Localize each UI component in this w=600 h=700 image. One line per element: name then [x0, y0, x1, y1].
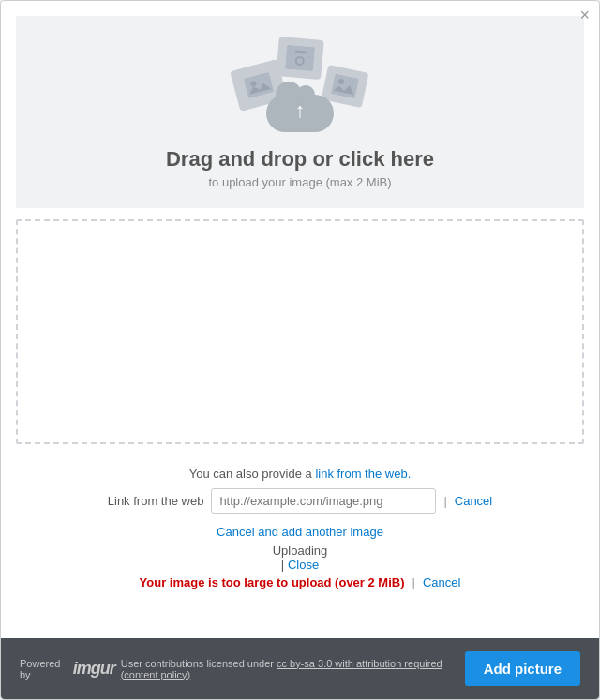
license-link[interactable]: cc by-sa 3.0 with attribution required — [277, 658, 442, 669]
cloud-upload-icon: ↑ — [266, 80, 334, 132]
close-link[interactable]: Close — [288, 558, 319, 572]
uploading-row: Uploading | Close — [1, 542, 599, 573]
link-cancel-button[interactable]: Cancel — [455, 494, 492, 508]
image-thumb-top — [276, 37, 323, 80]
uploading-label: Uploading — [273, 544, 328, 558]
upload-modal: × — [0, 0, 600, 700]
dropzone-title: Drag and drop or click here — [166, 147, 434, 171]
imgur-logo: imgur — [73, 659, 115, 678]
svg-rect-6 — [331, 74, 359, 99]
separator-3: | — [412, 575, 415, 589]
error-cancel-link[interactable]: Cancel — [423, 575, 460, 589]
error-message: Your image is too large to upload (over … — [140, 575, 405, 589]
error-row: Your image is too large to upload (over … — [1, 573, 599, 591]
powered-by-label: Powered by — [20, 658, 68, 680]
add-picture-button[interactable]: Add picture — [465, 651, 580, 686]
dropzone-subtitle: to upload your image (max 2 MiB) — [208, 175, 391, 189]
web-link-section: You can also provide a link from the web… — [1, 455, 599, 517]
link-from-web-label: Link from the web — [108, 494, 204, 508]
content-policy-link[interactable]: (content policy) — [121, 669, 191, 680]
separator-1: | — [443, 494, 446, 508]
dropzone-icons: ↑ — [225, 38, 375, 132]
web-link-anchor[interactable]: link from the web. — [315, 467, 411, 481]
footer-left: Powered by imgur User contributions lice… — [20, 658, 465, 680]
cancel-add-another-link[interactable]: Cancel and add another image — [217, 525, 383, 539]
link-row: Link from the web | Cancel — [20, 488, 580, 514]
image-preview-area — [16, 219, 584, 444]
link-from-web-input[interactable] — [211, 488, 436, 514]
modal-footer: Powered by imgur User contributions lice… — [1, 638, 599, 699]
footer-license: User contributions licensed under cc by-… — [121, 658, 465, 680]
extra-actions: Cancel and add another image — [1, 517, 599, 542]
dropzone-area[interactable]: ↑ Drag and drop or click here to upload … — [16, 16, 584, 208]
web-link-text: You can also provide a link from the web… — [20, 467, 580, 481]
close-modal-button[interactable]: × — [579, 7, 590, 23]
separator-2: | — [281, 558, 284, 572]
